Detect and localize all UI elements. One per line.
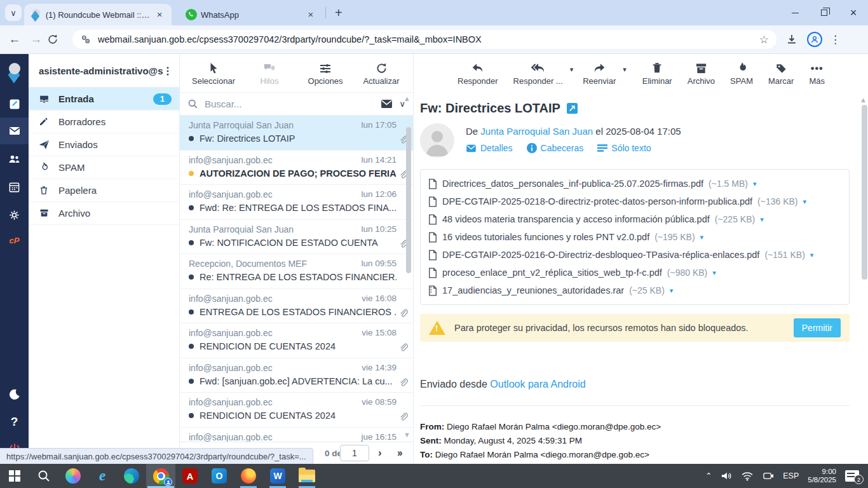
bookmark-star-icon[interactable]: ☆ <box>759 33 769 46</box>
cpanel-icon[interactable]: cP <box>0 227 29 254</box>
refresh-button[interactable]: Actualizar <box>358 60 404 86</box>
sidebar-item-borradores[interactable]: Borradores <box>29 111 179 133</box>
minimize-button[interactable] <box>780 0 810 25</box>
acrobat-button[interactable]: A <box>175 464 205 488</box>
attachment-menu-caret[interactable]: ▾ <box>803 198 807 206</box>
file-explorer-button[interactable] <box>292 464 322 488</box>
mail-icon[interactable] <box>0 118 29 144</box>
sidebar-item-enviados[interactable]: Enviados <box>29 133 179 156</box>
last-page-icon[interactable]: ›› <box>397 447 402 459</box>
attachment-row[interactable]: Directrices_datos_personales_inf-publica… <box>428 175 841 193</box>
threads-button[interactable]: Hilos <box>247 60 292 86</box>
more-button[interactable]: ••• Más <box>803 60 831 86</box>
attachment-menu-caret[interactable]: ▾ <box>712 269 716 277</box>
attachment-menu-caret[interactable]: ▾ <box>670 287 674 295</box>
tray-expand-chevron-icon[interactable]: ⌃ <box>701 464 716 488</box>
mark-button[interactable]: Marcar <box>763 60 799 86</box>
scroll-up-arrow[interactable]: ▲ <box>860 96 867 104</box>
outlook-button[interactable]: O <box>205 464 234 488</box>
back-button[interactable]: ← <box>4 32 25 46</box>
delete-button[interactable]: Eliminar <box>637 60 678 86</box>
message-row[interactable]: info@sanjuan.gob.eclun 14:21 AUTORIZACIO… <box>180 151 413 186</box>
reply-button[interactable]: Responder <box>452 60 504 86</box>
roundcube-logo[interactable] <box>0 58 29 85</box>
forward-dropdown-caret[interactable]: ▾ <box>623 65 627 74</box>
wifi-icon[interactable] <box>736 464 758 488</box>
forward-button[interactable]: → <box>25 32 47 46</box>
sidebar-item-archivo[interactable]: Archivo <box>29 202 179 225</box>
message-row[interactable]: info@sanjuan.gob.ecvie 08:59 RENDICION D… <box>180 393 413 428</box>
attachment-menu-caret[interactable]: ▾ <box>753 180 757 188</box>
sidebar-item-spam[interactable]: SPAM <box>29 156 179 179</box>
tab-whatsapp[interactable]: WhatsApp × <box>179 4 323 25</box>
next-page-icon[interactable]: › <box>378 447 382 459</box>
reply-all-button[interactable]: Responder ... <box>508 60 569 86</box>
outlook-link[interactable]: Outlook para Android <box>490 379 585 390</box>
search-scope-mail-icon[interactable] <box>381 99 393 109</box>
clock[interactable]: 9:00 5/8/2025 <box>803 464 841 488</box>
chrome-button[interactable] <box>146 464 175 488</box>
message-row[interactable]: Junta Parroquial San Juanlun 10:25 Fw: N… <box>180 220 413 255</box>
calendar-icon[interactable] <box>0 173 29 200</box>
start-button[interactable] <box>0 464 29 488</box>
firefox-button[interactable] <box>234 464 263 488</box>
details-link[interactable]: Detalles <box>466 143 513 153</box>
close-window-button[interactable]: × <box>839 0 868 25</box>
compose-icon[interactable] <box>0 91 29 118</box>
address-bar[interactable]: webmail.sanjuan.gob.ec/cpsess3700297042/… <box>72 30 776 49</box>
tab-search-button[interactable]: ∨ <box>5 4 22 21</box>
attachment-row[interactable]: 16 videos tutoriales funciones y roles P… <box>428 228 841 246</box>
attachment-row[interactable]: 17_audiencias_y_reuniones_autoridades.ra… <box>428 281 841 299</box>
spam-button[interactable]: SPAM <box>724 60 759 86</box>
scroll-up-arrow[interactable]: ▲ <box>403 95 410 102</box>
sender-link[interactable]: Junta Parroquial San Juan <box>480 126 593 137</box>
edge-button[interactable] <box>117 464 146 488</box>
open-in-new-window-icon[interactable] <box>567 103 578 114</box>
attachment-menu-caret[interactable]: ▾ <box>700 233 704 241</box>
list-scrollbar-thumb[interactable] <box>406 127 411 273</box>
sidebar-item-entrada[interactable]: Entrada 1 <box>29 88 179 111</box>
forward-button[interactable]: Reenviar <box>577 60 621 86</box>
archive-button[interactable]: Archivo <box>682 60 721 86</box>
profile-avatar[interactable] <box>807 32 822 47</box>
message-row[interactable]: info@sanjuan.gob.ecvie 14:39 Fwd: [sanju… <box>180 358 413 393</box>
attachment-menu-caret[interactable]: ▾ <box>760 215 764 224</box>
attachment-row[interactable]: DPE-CGTAIP-2025-0218-O-directriz-protec-… <box>428 193 841 210</box>
dark-mode-moon-icon[interactable] <box>0 381 29 408</box>
notification-center-button[interactable]: 2 <box>841 464 868 488</box>
settings-gear-icon[interactable] <box>0 201 29 228</box>
attachment-row[interactable]: 48 videos materia transparencia y acceso… <box>428 210 841 228</box>
tab-close-icon[interactable]: × <box>154 9 165 20</box>
language-indicator[interactable]: ESP <box>778 464 803 488</box>
copilot-button[interactable] <box>58 464 88 488</box>
tab-close-icon[interactable]: × <box>305 9 316 20</box>
plaintext-link[interactable]: Sólo texto <box>597 143 651 153</box>
url-text[interactable]: webmail.sanjuan.gob.ec/cpsess3700297042/… <box>98 34 759 44</box>
reload-button[interactable] <box>47 34 69 45</box>
downloads-icon[interactable] <box>785 33 798 46</box>
tab-roundcube[interactable]: (1) Roundcube Webmail :: Entra × <box>24 4 172 25</box>
search-input[interactable] <box>205 98 381 109</box>
internet-explorer-button[interactable]: e <box>88 464 117 488</box>
message-row[interactable]: info@sanjuan.gob.ecvie 15:08 RENDICION D… <box>180 323 413 358</box>
restore-button[interactable] <box>810 0 839 25</box>
contacts-icon[interactable] <box>0 146 29 172</box>
options-button[interactable]: Opciones <box>302 60 348 86</box>
allow-remote-button[interactable]: Permitir <box>794 318 841 337</box>
select-button[interactable]: Seleccionar <box>191 60 236 86</box>
attachment-row[interactable]: DPE-CGTAIP-2025-0216-O-Directriz-desbloq… <box>428 246 841 264</box>
scroll-down-arrow[interactable]: ▼ <box>403 431 410 438</box>
site-info-icon[interactable] <box>80 34 92 45</box>
message-row[interactable]: Recepcion, Documentos MEFlun 09:55 Re: E… <box>180 254 413 289</box>
sidebar-item-papelera[interactable]: Papelera <box>29 179 179 202</box>
account-menu-icon[interactable]: ⋮ <box>163 65 173 77</box>
message-row[interactable]: info@sanjuan.gob.ecvie 16:08 ENTREGA DE … <box>180 289 413 324</box>
message-row[interactable]: Junta Parroquial San Juanlun 17:05 Fw: D… <box>180 116 413 151</box>
meet-now-icon[interactable] <box>758 464 778 488</box>
word-button[interactable]: W <box>263 464 292 488</box>
reader-scrollbar-thumb[interactable] <box>862 105 867 280</box>
reply-all-dropdown-caret[interactable]: ▾ <box>570 65 574 74</box>
volume-icon[interactable] <box>716 464 736 488</box>
taskbar-search-button[interactable] <box>29 464 58 488</box>
message-row[interactable]: info@sanjuan.gob.eclun 12:06 Fwd: Re: EN… <box>180 185 413 220</box>
